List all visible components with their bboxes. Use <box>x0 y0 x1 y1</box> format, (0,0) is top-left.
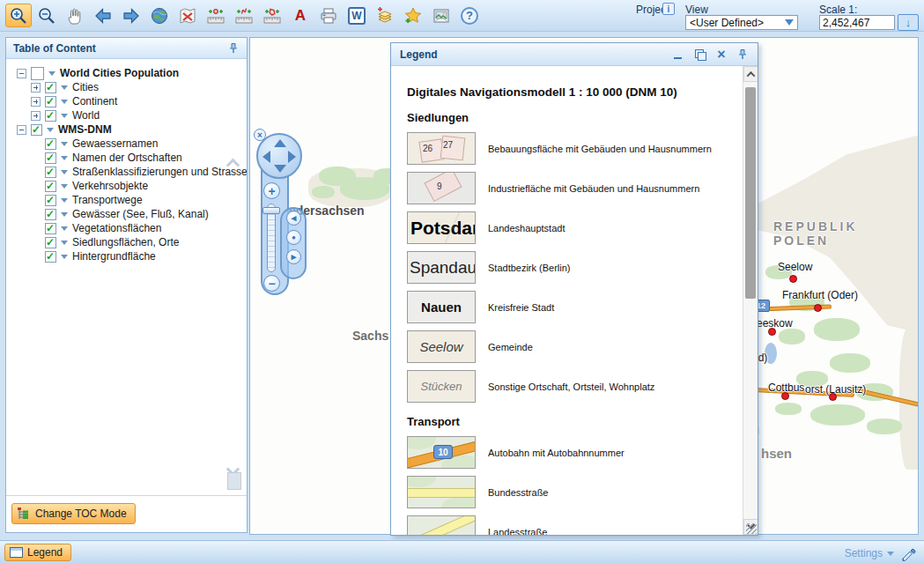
pan-west-icon[interactable] <box>262 151 270 163</box>
layer-menu-icon[interactable] <box>61 85 68 90</box>
add-annotation-button[interactable] <box>287 4 314 27</box>
layer-checkbox[interactable] <box>31 67 44 80</box>
history-back-button[interactable] <box>286 211 301 226</box>
restore-icon[interactable] <box>692 48 706 62</box>
close-icon[interactable] <box>254 129 266 141</box>
layer-checkbox[interactable] <box>45 167 56 178</box>
toc-item-transportwege[interactable]: Transportwege <box>6 193 247 207</box>
legend-scrollbar-thumb[interactable] <box>745 87 756 299</box>
layer-checkbox[interactable] <box>45 209 56 220</box>
layer-menu-icon[interactable] <box>61 226 68 231</box>
toc-item-namen-der-ortschaften[interactable]: Namen der Ortschaften <box>6 151 247 165</box>
toc-item-cities[interactable]: Cities <box>6 80 247 94</box>
pan-button[interactable] <box>62 4 88 27</box>
toc-item-strassenklassifizierungen[interactable]: Straßenklassifizierungen und Strasse <box>6 165 247 179</box>
layer-checkbox[interactable] <box>45 110 56 122</box>
layer-checkbox[interactable] <box>45 223 56 234</box>
history-forward-button[interactable] <box>286 249 301 264</box>
add-layer-button[interactable] <box>372 4 398 27</box>
measure-point-button[interactable] <box>203 4 229 27</box>
pan-east-icon[interactable] <box>288 151 296 163</box>
map-label-republik-polen: REPUBLIK POLEN <box>773 219 918 248</box>
legend-scrollbar[interactable] <box>743 66 758 535</box>
change-toc-mode-button[interactable]: Change TOC Mode <box>11 503 136 524</box>
project-info-icon[interactable]: i <box>662 3 675 15</box>
toc-item-world[interactable]: World <box>6 108 247 122</box>
layer-menu-icon[interactable] <box>61 255 68 259</box>
scroll-up-icon[interactable] <box>743 66 758 82</box>
layer-checkbox[interactable] <box>45 152 56 164</box>
zoom-extents-button[interactable] <box>146 4 173 27</box>
legend-taskbar-button[interactable]: Legend <box>4 544 71 561</box>
zoom-slider-handle[interactable] <box>262 207 280 214</box>
zoom-out-slider-button[interactable] <box>263 275 280 292</box>
home-view-button[interactable] <box>286 230 301 245</box>
layer-menu-icon[interactable] <box>48 71 55 76</box>
zoom-in-slider-button[interactable] <box>263 182 280 199</box>
layer-menu-icon[interactable] <box>61 184 68 189</box>
expand-icon[interactable] <box>31 83 41 93</box>
measure-distance-button[interactable] <box>231 4 257 27</box>
layer-checkbox[interactable] <box>45 181 56 192</box>
layer-checkbox[interactable] <box>45 138 56 150</box>
layer-label: Namen der Ortschaften <box>72 152 182 164</box>
apply-scale-button[interactable] <box>898 14 919 31</box>
word-document-icon <box>348 7 366 25</box>
layer-menu-icon[interactable] <box>61 142 68 146</box>
layer-checkbox[interactable] <box>31 124 42 136</box>
expand-icon[interactable] <box>31 111 41 121</box>
toc-item-continent[interactable]: Continent <box>6 94 247 108</box>
toc-item-wms-dnm[interactable]: WMS-DNM <box>6 122 247 137</box>
settings-menu[interactable]: Settings <box>845 547 894 559</box>
layer-menu-icon[interactable] <box>61 170 68 174</box>
layer-menu-icon[interactable] <box>61 212 68 217</box>
clear-selection-button[interactable] <box>174 4 201 27</box>
scale-input[interactable] <box>819 15 895 30</box>
toc-item-gewaessernamen[interactable]: Gewaessernamen <box>6 137 247 151</box>
toc-item-siedlungsflaechen[interactable]: Siedlungsflächen, Orte <box>6 235 247 249</box>
help-button[interactable] <box>456 4 483 27</box>
pan-south-icon[interactable] <box>274 165 286 173</box>
pan-north-icon[interactable] <box>274 139 286 147</box>
send-map-image-button[interactable] <box>428 4 455 27</box>
minimize-icon[interactable] <box>670 48 684 62</box>
toc-item-gewaesser[interactable]: Gewässer (See, Fluß, Kanal) <box>6 207 247 221</box>
layer-menu-icon[interactable] <box>61 114 68 118</box>
add-layer-icon <box>375 6 395 26</box>
measure-area-button[interactable] <box>259 4 285 27</box>
layer-checkbox[interactable] <box>45 96 56 107</box>
layer-checkbox[interactable] <box>45 82 56 93</box>
layer-checkbox[interactable] <box>45 251 56 263</box>
collapse-icon[interactable] <box>17 125 26 135</box>
legend-window-header[interactable]: Legend <box>391 43 758 66</box>
export-word-button[interactable] <box>344 4 370 27</box>
layer-menu-icon[interactable] <box>61 241 68 245</box>
layer-menu-icon[interactable] <box>61 156 68 160</box>
layer-label: Gewässer (See, Fluß, Kanal) <box>72 208 209 220</box>
previous-view-button[interactable] <box>90 4 116 27</box>
toc-item-verkehrsobjekte[interactable]: Verkehrsobjekte <box>6 179 247 193</box>
close-icon[interactable] <box>714 48 728 62</box>
view-dropdown[interactable]: <User Defined> <box>685 15 798 30</box>
layer-checkbox[interactable] <box>45 237 56 248</box>
expand-icon[interactable] <box>31 97 41 107</box>
layer-menu-icon[interactable] <box>61 198 68 203</box>
toc-item-vegetationsflaechen[interactable]: Vegetationsflächen <box>6 221 247 235</box>
next-view-button[interactable] <box>118 4 144 27</box>
toc-scrollbar-thumb[interactable] <box>227 472 241 490</box>
toc-item-world-cities-population[interactable]: World Cities Population <box>6 66 247 80</box>
zoom-out-button[interactable] <box>33 4 60 27</box>
print-button[interactable] <box>315 4 342 27</box>
layer-checkbox[interactable] <box>45 195 56 206</box>
layer-menu-icon[interactable] <box>47 128 54 132</box>
layer-menu-icon[interactable] <box>61 100 68 104</box>
pin-icon[interactable] <box>227 42 240 55</box>
pin-icon[interactable] <box>736 48 749 61</box>
resize-grip[interactable] <box>746 523 757 534</box>
zoom-in-button[interactable] <box>5 4 32 27</box>
legend-window-title: Legend <box>400 48 438 61</box>
redline-pen-icon[interactable] <box>900 544 917 561</box>
toc-item-hintergrundflaeche[interactable]: Hintergrundfläche <box>6 249 247 263</box>
add-favorite-button[interactable] <box>400 4 426 27</box>
collapse-icon[interactable] <box>17 69 26 78</box>
